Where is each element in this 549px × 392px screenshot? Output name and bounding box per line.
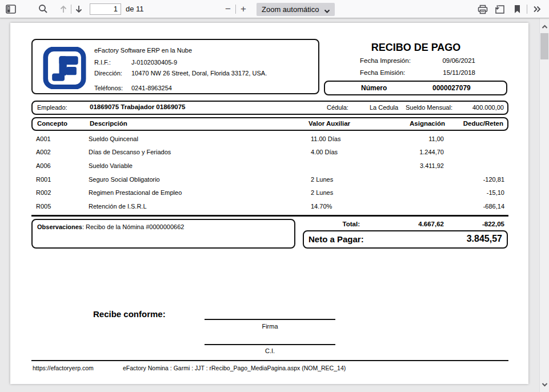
cedula-label: Cédula:	[327, 104, 348, 111]
employee-value: 01869075 Trabajador 01869075	[90, 103, 186, 110]
table-row: A006 Sueldo Variable 3.411,92	[31, 162, 508, 175]
find-button[interactable]	[35, 2, 50, 17]
scroll-down-icon[interactable]	[542, 379, 548, 389]
cell-aux: 14.70%	[311, 203, 332, 210]
cell-concept: R001	[36, 176, 51, 183]
footer-divider	[31, 360, 508, 361]
cell-concept: A001	[36, 135, 51, 142]
col-deduc-reten: Deduc/Reten	[452, 120, 503, 127]
download-icon	[495, 5, 505, 14]
print-date-value: 09/06/2021	[410, 57, 475, 64]
address-label: Dirección:	[94, 70, 122, 77]
cell-desc: Sueldo Quincenal	[89, 135, 138, 142]
pdf-toolbar: de 11 − + Zoom automático	[0, 0, 549, 18]
scroll-up-icon[interactable]	[542, 21, 548, 31]
table-row: R005 Retención de I.S.R.L 14.70% -686,14	[31, 203, 508, 216]
cell-concept: R005	[36, 203, 51, 210]
vertical-scrollbar[interactable]	[539, 18, 549, 392]
observations-value: : Recibo de la Nómina #0000000662	[82, 223, 185, 230]
double-chevron-right-icon	[532, 5, 542, 13]
observations-text: Observaciones: Recibo de la Nómina #0000…	[37, 223, 184, 230]
phones-label: Teléfonos:	[94, 85, 123, 91]
zoom-out-button[interactable]: −	[221, 2, 235, 17]
net-pay-label: Neto a Pagar:	[308, 234, 364, 244]
observations-box: Observaciones: Recibo de la Nómina #0000…	[31, 219, 295, 249]
zoom-select[interactable]: Zoom automático	[257, 3, 335, 16]
table-row: A001 Sueldo Quincenal 11.00 Días 11,00	[31, 135, 508, 149]
toggle-sidebar-button[interactable]	[3, 2, 18, 17]
col-descripcion: Descripción	[90, 120, 127, 127]
net-pay-box: Neto a Pagar: 3.845,57	[303, 230, 508, 249]
ci-label: C.I.	[205, 347, 335, 354]
toolbar-divider	[527, 5, 527, 14]
rif-value: J-0102030405-9	[131, 59, 177, 66]
emission-date-label: Fecha Emisión:	[360, 69, 405, 76]
cell-desc: Seguro Social Obligatorio	[89, 176, 160, 183]
more-tools-button[interactable]	[530, 2, 544, 17]
rif-label: R.I.F.:	[94, 59, 111, 66]
current-view-button[interactable]	[510, 2, 524, 17]
cell-desc: Sueldo Variable	[89, 162, 133, 169]
number-label: Número	[361, 84, 387, 92]
table-header-row: Concepto Descripción Valor Auxiliar Asig…	[31, 117, 508, 131]
sidebar-toggle-icon	[6, 5, 16, 14]
print-date-label: Fecha Impresión:	[360, 57, 411, 64]
cell-aux: 2 Lunes	[311, 189, 333, 196]
cell-desc: Días de Descanso y Feriados	[89, 149, 171, 155]
zoom-select-value: Zoom automático	[262, 5, 319, 14]
table-row: A002 Días de Descanso y Feriados 4.00 Dí…	[31, 149, 508, 162]
firma-label: Firma	[205, 323, 335, 330]
table-row: R002 Regimen Prestacional de Empleo 2 Lu…	[31, 189, 508, 202]
cell-deduc: -15,10	[453, 189, 504, 196]
previous-page-button[interactable]	[56, 2, 71, 17]
net-pay-value: 3.845,57	[428, 234, 502, 244]
observations-label: Observaciones	[37, 223, 82, 230]
footer-module: eFactory Nomina : Garmi : JJT : rRecibo_…	[123, 365, 346, 371]
cell-aux: 2 Lunes	[311, 176, 333, 183]
print-button[interactable]	[475, 2, 490, 17]
receipt-title: RECIBO DE PAGO	[324, 42, 508, 54]
signature-line	[205, 319, 335, 320]
number-value: 0000027079	[432, 84, 471, 92]
arrow-down-icon	[74, 5, 83, 14]
printer-icon	[478, 5, 488, 14]
next-page-button[interactable]	[71, 2, 86, 17]
chevron-down-icon	[324, 7, 330, 15]
cell-asig: 3.411,92	[351, 162, 444, 169]
save-button[interactable]	[492, 2, 507, 17]
cell-concept: A006	[36, 162, 51, 169]
pdf-viewer-area: eFactory Software ERP en la Nube R.I.F.:…	[0, 18, 549, 392]
employee-label: Empleado:	[37, 104, 67, 111]
cell-concept: A002	[36, 149, 51, 155]
zoom-in-button[interactable]: +	[236, 2, 251, 17]
cell-deduc: -686,14	[453, 203, 504, 210]
cell-aux: 11.00 Días	[311, 135, 340, 142]
emission-date-value: 15/11/2018	[410, 69, 475, 76]
scrollbar-thumb[interactable]	[540, 33, 548, 59]
total-label: Total:	[313, 221, 360, 227]
cell-desc: Regimen Prestacional de Empleo	[89, 189, 182, 196]
company-info-box: eFactory Software ERP en la Nube R.I.F.:…	[31, 39, 319, 94]
employee-box: Empleado: 01869075 Trabajador 01869075 C…	[31, 101, 508, 115]
page-number-input[interactable]	[90, 3, 121, 15]
ci-line	[205, 344, 335, 345]
table-bottom-divider	[31, 215, 508, 217]
phones-value: 0241-8963254	[131, 85, 172, 91]
search-icon	[38, 4, 48, 14]
cedula-value: La Cedula	[370, 104, 398, 111]
cell-asig: 11,00	[351, 135, 444, 142]
cell-aux: 4.00 Días	[311, 149, 338, 155]
cell-desc: Retención de I.S.R.L	[89, 203, 147, 210]
company-logo	[43, 47, 86, 90]
salary-label: Sueldo Mensual:	[406, 104, 452, 111]
cell-asig: 1.244,70	[351, 149, 444, 155]
total-asignacion: 4.667,62	[387, 221, 444, 227]
receipt-page: eFactory Software ERP en la Nube R.I.F.:…	[10, 23, 528, 384]
receive-conform-label: Recibe conforme:	[93, 309, 166, 319]
total-deducciones: -822,05	[447, 221, 504, 227]
salary-value: 400.000,00	[458, 104, 504, 111]
cell-deduc: -120,81	[453, 176, 504, 183]
table-row: R001 Seguro Social Obligatorio 2 Lunes -…	[31, 176, 508, 189]
receipt-number-box: Número 0000027079	[324, 81, 507, 95]
footer-url: https://efactoryerp.com	[33, 365, 94, 371]
